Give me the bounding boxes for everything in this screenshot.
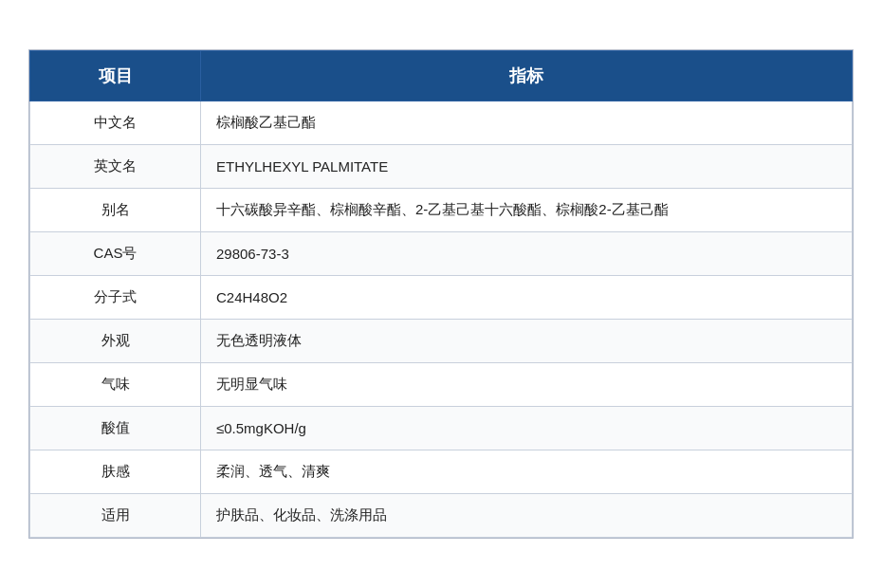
row-label: 分子式 xyxy=(30,276,201,320)
row-value: 棕榈酸乙基己酯 xyxy=(201,101,853,145)
header-value: 指标 xyxy=(201,51,853,101)
table-row: 分子式C24H48O2 xyxy=(30,276,853,320)
row-value: ETHYLHEXYL PALMITATE xyxy=(201,145,853,189)
row-label: 适用 xyxy=(30,494,201,538)
row-label: 中文名 xyxy=(30,101,201,145)
table-row: 外观无色透明液体 xyxy=(30,320,853,363)
row-value: 无明显气味 xyxy=(201,363,853,407)
row-value: ≤0.5mgKOH/g xyxy=(201,407,853,450)
row-label: 酸值 xyxy=(30,407,201,450)
table-row: 酸值≤0.5mgKOH/g xyxy=(30,407,853,450)
table-row: 肤感柔润、透气、清爽 xyxy=(30,450,853,494)
row-label: 外观 xyxy=(30,320,201,363)
row-label: 英文名 xyxy=(30,145,201,189)
row-value: C24H48O2 xyxy=(201,276,853,320)
row-value: 柔润、透气、清爽 xyxy=(201,450,853,494)
row-label: 气味 xyxy=(30,363,201,407)
table-row: 气味无明显气味 xyxy=(30,363,853,407)
row-label: 别名 xyxy=(30,189,201,232)
table-row: CAS号29806-73-3 xyxy=(30,232,853,276)
header-label: 项目 xyxy=(30,51,201,101)
row-value: 十六碳酸异辛酯、棕榈酸辛酯、2-乙基己基十六酸酯、棕榈酸2-乙基己酯 xyxy=(201,189,853,232)
row-value: 29806-73-3 xyxy=(201,232,853,276)
table-row: 英文名ETHYLHEXYL PALMITATE xyxy=(30,145,853,189)
row-label: CAS号 xyxy=(30,232,201,276)
product-info-table: 项目 指标 中文名棕榈酸乙基己酯英文名ETHYLHEXYL PALMITATE别… xyxy=(28,49,854,539)
table-row: 适用护肤品、化妆品、洗涤用品 xyxy=(30,494,853,538)
table-row: 中文名棕榈酸乙基己酯 xyxy=(30,101,853,145)
row-value: 护肤品、化妆品、洗涤用品 xyxy=(201,494,853,538)
row-label: 肤感 xyxy=(30,450,201,494)
table-row: 别名十六碳酸异辛酯、棕榈酸辛酯、2-乙基己基十六酸酯、棕榈酸2-乙基己酯 xyxy=(30,189,853,232)
row-value: 无色透明液体 xyxy=(201,320,853,363)
